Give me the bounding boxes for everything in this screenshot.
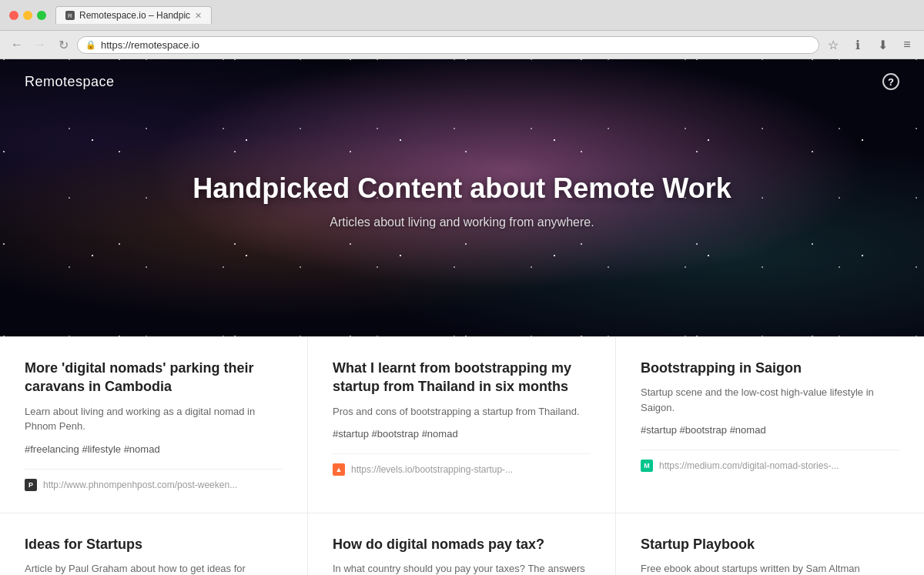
card-item[interactable]: More 'digital nomads' parking their cara… (0, 337, 308, 513)
card-source: ▲ https://levels.io/bootstrapping-startu… (333, 453, 591, 476)
hero-title: Handpicked Content about Remote Work (92, 172, 832, 205)
card-title: Startup Playbook (641, 535, 899, 553)
menu-icon[interactable]: ≡ (898, 35, 916, 54)
card-desc: In what country should you pay your taxe… (333, 561, 591, 575)
source-url: https://medium.com/digital-nomad-stories… (659, 460, 839, 471)
tab-favicon: R (65, 11, 75, 20)
source-url: https://levels.io/bootstrapping-startup-… (351, 464, 513, 475)
card-title: How do digital nomads pay tax? (333, 535, 591, 553)
browser-titlebar: R Remotespace.io – Handpic ✕ (0, 0, 924, 31)
hero-section: Remotespace ? Handpicked Content about R… (0, 59, 924, 336)
card-item[interactable]: What I learnt from bootstrapping my star… (308, 337, 616, 513)
address-bar[interactable]: 🔒 https://remotespace.io (77, 36, 819, 54)
tab-close-icon[interactable]: ✕ (195, 11, 202, 21)
browser-chrome: R Remotespace.io – Handpic ✕ ← → ↻ 🔒 htt… (0, 0, 924, 59)
ssl-icon: 🔒 (85, 40, 96, 50)
card-desc: Free ebook about startups written by Sam… (641, 561, 899, 575)
card-item[interactable]: Ideas for Startups Article by Paul Graha… (0, 513, 308, 575)
card-item[interactable]: Bootstrapping in Saigon Startup scene an… (616, 337, 924, 513)
cards-section: More 'digital nomads' parking their cara… (0, 336, 924, 575)
source-favicon: ▲ (333, 463, 345, 476)
hero-subtitle: Articles about living and working from a… (92, 216, 832, 229)
card-item[interactable]: How do digital nomads pay tax? In what c… (308, 513, 616, 575)
minimize-button[interactable] (23, 11, 32, 20)
navbar: Remotespace ? (0, 59, 924, 104)
card-desc: Startup scene and the low-cost high-valu… (641, 385, 899, 415)
source-favicon: M (641, 460, 653, 472)
url-text: https://remotespace.io (101, 39, 811, 51)
brand-logo[interactable]: Remotespace (25, 74, 115, 90)
page-content: Remotespace ? Handpicked Content about R… (0, 59, 924, 575)
close-button[interactable] (9, 11, 18, 20)
card-desc: Article by Paul Graham about how to get … (25, 561, 283, 575)
card-title: Bootstrapping in Saigon (641, 359, 899, 377)
tab-bar: R Remotespace.io – Handpic ✕ (55, 6, 915, 24)
card-tags: #startup #bootstrap #nomad (641, 424, 899, 436)
bookmark-icon[interactable]: ☆ (824, 35, 842, 54)
help-icon[interactable]: ? (882, 73, 899, 90)
card-title: More 'digital nomads' parking their cara… (25, 359, 283, 396)
active-tab[interactable]: R Remotespace.io – Handpic ✕ (55, 6, 212, 24)
card-desc: Learn about living and working as a digi… (25, 404, 283, 434)
pocket-icon[interactable]: ⬇ (873, 35, 892, 54)
maximize-button[interactable] (37, 11, 46, 20)
tab-label: Remotespace.io – Handpic (79, 10, 190, 21)
card-item[interactable]: Startup Playbook Free ebook about startu… (616, 513, 924, 575)
source-url: http://www.phnompenhpost.com/post-weeken… (43, 480, 237, 490)
forward-button[interactable]: → (31, 35, 49, 54)
info-icon[interactable]: ℹ (849, 35, 867, 54)
refresh-button[interactable]: ↻ (54, 35, 72, 54)
toolbar-icons: ☆ ℹ ⬇ ≡ (824, 35, 916, 54)
browser-toolbar: ← → ↻ 🔒 https://remotespace.io ☆ ℹ ⬇ ≡ (0, 31, 924, 59)
source-favicon: P (25, 479, 37, 491)
card-tags: #freelancing #lifestyle #nomad (25, 443, 283, 455)
card-title: Ideas for Startups (25, 535, 283, 553)
card-desc: Pros and cons of bootstrapping a startup… (333, 404, 591, 420)
card-title: What I learnt from bootstrapping my star… (333, 359, 591, 396)
card-source: M https://medium.com/digital-nomad-stori… (641, 450, 899, 472)
cards-grid: More 'digital nomads' parking their cara… (0, 336, 924, 575)
card-source: P http://www.phnompenhpost.com/post-week… (25, 469, 283, 491)
card-tags: #startup #bootstrap #nomad (333, 428, 591, 440)
back-button[interactable]: ← (8, 35, 26, 54)
hero-content: Handpicked Content about Remote Work Art… (92, 172, 832, 229)
window-controls (9, 11, 46, 20)
